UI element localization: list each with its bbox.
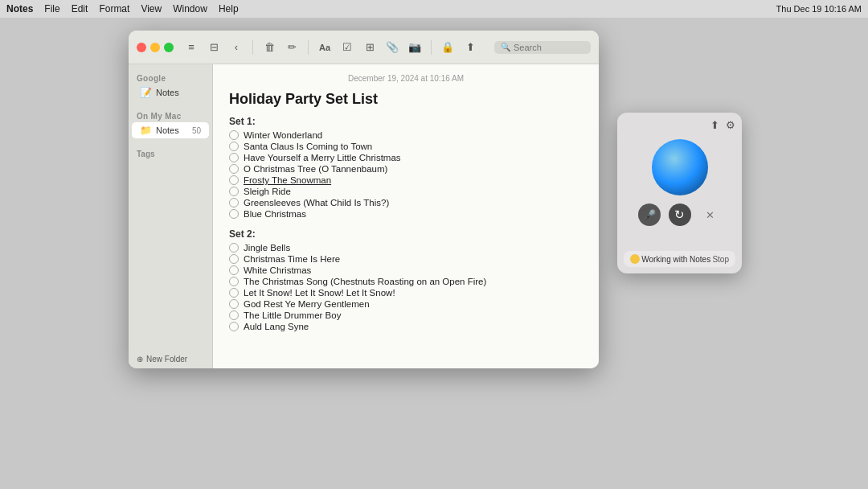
toolbar-separator-2 <box>308 40 309 55</box>
notes-window: ≡ ⊟ ‹ 🗑 ✏ Aa ☑ ⊞ 📎 📷 🔒 ⬆ 🔍 Google 📝 Note… <box>129 31 599 368</box>
checklist-button[interactable]: ☑ <box>339 39 355 55</box>
menubar: Notes File Edit Format View Window Help … <box>0 0 868 18</box>
note-content: December 19, 2024 at 10:16 AM Holiday Pa… <box>213 64 599 368</box>
camera-button[interactable]: 📷 <box>407 39 423 55</box>
bullet-list-button[interactable]: ≡ <box>183 39 199 55</box>
lock-button[interactable]: 🔒 <box>440 39 456 55</box>
set1-list-item: Blue Christmas <box>229 209 583 219</box>
attach-button[interactable]: 📎 <box>384 39 400 55</box>
sidebar-item-label-mac: Notes <box>156 125 179 135</box>
search-input[interactable] <box>514 43 586 52</box>
new-folder-button[interactable]: ⊕ New Folder <box>129 350 212 368</box>
checklist-circle-icon[interactable] <box>229 254 239 264</box>
mac-notes-icon: 📁 <box>140 125 152 136</box>
set2-list-item: Christmas Time Is Here <box>229 254 583 264</box>
menubar-edit[interactable]: Edit <box>72 3 88 14</box>
sidebar-spacer <box>129 101 212 109</box>
checklist-circle-icon[interactable] <box>229 130 239 140</box>
sidebar-item-count: 50 <box>192 126 201 135</box>
checklist-circle-icon[interactable] <box>229 164 239 174</box>
sidebar-item-label: Notes <box>156 88 179 97</box>
new-folder-icon: ⊕ <box>137 355 143 364</box>
set2-list-item: Jingle Bells <box>229 243 583 253</box>
menubar-help[interactable]: Help <box>219 3 239 14</box>
checklist-circle-icon[interactable] <box>229 198 239 208</box>
set1-list-item: Greensleeves (What Child Is This?) <box>229 198 583 208</box>
set2-list-item: Let It Snow! Let It Snow! Let It Snow! <box>229 288 583 298</box>
widget-panel: ⬆ ⚙ 🎤 ↻ ✕ Working with Notes Stop <box>617 113 742 273</box>
traffic-lights <box>137 43 174 52</box>
window-toolbar: ≡ ⊟ ‹ 🗑 ✏ Aa ☑ ⊞ 📎 📷 🔒 ⬆ 🔍 <box>129 31 599 64</box>
checklist-circle-icon[interactable] <box>229 322 239 331</box>
widget-play-button[interactable]: ↻ <box>669 203 691 226</box>
checklist-circle-icon[interactable] <box>229 153 239 162</box>
set1-list-item: Santa Claus Is Coming to Town <box>229 142 583 151</box>
back-button[interactable]: ‹ <box>228 39 244 55</box>
set1-list-item: Sleigh Ride <box>229 187 583 196</box>
checklist-circle-icon[interactable] <box>229 288 239 298</box>
menubar-left: Notes File Edit Format View Window Help <box>6 3 239 14</box>
set2-list-item: The Little Drummer Boy <box>229 310 583 320</box>
mac-section-label: On My Mac <box>129 109 212 122</box>
menubar-app-name[interactable]: Notes <box>6 3 33 14</box>
minimize-button[interactable] <box>150 43 160 52</box>
notes-icon: 📝 <box>140 87 152 98</box>
widget-share-icon[interactable]: ⬆ <box>710 119 719 131</box>
menubar-time: Thu Dec 19 10:16 AM <box>776 4 862 14</box>
new-folder-label: New Folder <box>146 355 187 364</box>
widget-working-label: Working with Notes <box>641 255 710 264</box>
widget-controls: 🎤 ↻ ✕ <box>638 203 722 226</box>
checklist-circle-icon[interactable] <box>229 243 239 253</box>
widget-stop-button[interactable]: Stop <box>712 255 729 264</box>
search-bar[interactable]: 🔍 <box>494 41 591 54</box>
set2-list-item: Auld Lang Syne <box>229 322 583 331</box>
set1-list-item: Frosty The Snowman <box>229 175 583 185</box>
menubar-view[interactable]: View <box>141 3 162 14</box>
widget-close-button[interactable]: ✕ <box>699 203 722 226</box>
checklist-circle-icon[interactable] <box>229 175 239 185</box>
set1-list-item: Winter Wonderland <box>229 130 583 140</box>
menubar-file[interactable]: File <box>44 3 59 14</box>
share-button[interactable]: ⬆ <box>462 39 478 55</box>
google-section-label: Google <box>129 71 212 84</box>
table-button[interactable]: ⊞ <box>362 39 378 55</box>
checklist-circle-icon[interactable] <box>229 265 239 275</box>
edit-button[interactable]: ✏ <box>284 39 300 55</box>
checklist-circle-icon[interactable] <box>229 209 239 219</box>
widget-footer: Working with Notes Stop <box>624 251 735 267</box>
set2-list-item: White Christmas <box>229 265 583 275</box>
sidebar: Google 📝 Notes On My Mac 📁 Notes 50 Tags… <box>129 64 213 368</box>
set1-list-item: Have Yourself a Merry Little Christmas <box>229 153 583 162</box>
set1-header: Set 1: <box>229 116 583 127</box>
toolbar-separator <box>252 40 253 55</box>
checklist-circle-icon[interactable] <box>229 310 239 320</box>
sidebar-toggle-button[interactable]: ⊟ <box>206 39 222 55</box>
tags-label: Tags <box>129 146 212 160</box>
close-button[interactable] <box>137 43 146 52</box>
note-title[interactable]: Holiday Party Set List <box>229 91 583 108</box>
note-date: December 19, 2024 at 10:16 AM <box>229 74 583 83</box>
menubar-window[interactable]: Window <box>173 3 207 14</box>
menubar-format[interactable]: Format <box>99 3 129 14</box>
text-format-button[interactable]: Aa <box>317 39 333 55</box>
widget-footer-icon <box>630 254 640 264</box>
widget-album-art <box>652 139 708 195</box>
sidebar-item-notes-mac[interactable]: 📁 Notes 50 <box>132 122 209 138</box>
window-body: Google 📝 Notes On My Mac 📁 Notes 50 Tags… <box>129 64 599 368</box>
sidebar-spacer-2 <box>129 138 212 146</box>
sidebar-item-notes-google[interactable]: 📝 Notes <box>132 84 209 101</box>
checklist-circle-icon[interactable] <box>229 299 239 309</box>
checklist-circle-icon[interactable] <box>229 187 239 196</box>
widget-mic-button[interactable]: 🎤 <box>638 203 661 226</box>
widget-settings-icon[interactable]: ⚙ <box>726 119 735 131</box>
widget-top-icons: ⬆ ⚙ <box>710 119 735 131</box>
set2-list-item: God Rest Ye Merry Gentlemen <box>229 299 583 309</box>
checklist-circle-icon[interactable] <box>229 142 239 151</box>
checklist-circle-icon[interactable] <box>229 277 239 286</box>
search-icon: 🔍 <box>501 43 510 51</box>
set2-list: Jingle BellsChristmas Time Is HereWhite … <box>229 243 583 331</box>
maximize-button[interactable] <box>164 43 174 52</box>
set2-header: Set 2: <box>229 228 583 240</box>
delete-button[interactable]: 🗑 <box>261 39 277 55</box>
set2-list-item: The Christmas Song (Chestnuts Roasting o… <box>229 277 583 286</box>
